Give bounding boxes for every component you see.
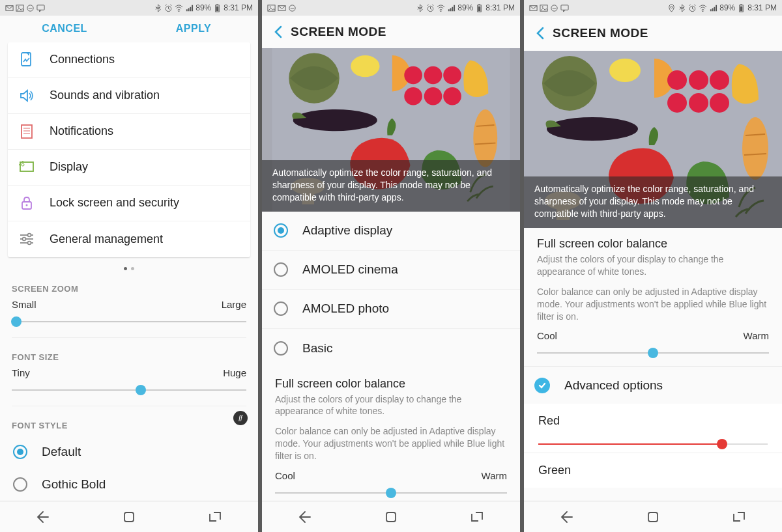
zoom-min-label: Small — [12, 299, 36, 310]
screen-zoom-slider[interactable] — [12, 314, 246, 329]
gmail-icon — [5, 4, 14, 12]
red-label: Red — [538, 414, 768, 428]
svg-rect-63 — [740, 6, 743, 10]
battery-percentage: 89% — [195, 3, 211, 12]
cool-label: Cool — [275, 470, 295, 481]
svg-rect-27 — [22, 53, 31, 66]
nav-back-button[interactable] — [559, 509, 575, 525]
signal-icon — [185, 4, 194, 12]
font-style-gothic[interactable]: Gothic Bold — [7, 468, 252, 501]
row-label: Sounds and vibration — [50, 89, 160, 102]
image-icon — [540, 4, 548, 12]
fscb-sub: Adjust the colors of your display to cha… — [537, 253, 769, 278]
alarm-icon — [688, 4, 697, 12]
color-balance-slider[interactable] — [537, 345, 769, 361]
font-max-label: Huge — [223, 367, 246, 378]
font-style-default[interactable]: Default — [7, 436, 252, 468]
nav-home-button[interactable] — [645, 509, 661, 525]
warm-label: Warm — [744, 330, 769, 341]
zoom-max-label: Large — [222, 299, 246, 310]
nav-recent-button[interactable] — [207, 509, 223, 525]
back-button[interactable] — [529, 21, 553, 45]
mode-adaptive[interactable]: Adaptive display — [262, 212, 520, 251]
general-icon — [18, 231, 35, 247]
svg-point-39 — [28, 234, 31, 237]
svg-point-41 — [28, 242, 31, 245]
cancel-button[interactable]: CANCEL — [0, 23, 129, 35]
fscb-title: Full screen color balance — [275, 377, 507, 391]
preview-image: Automatically optimize the color range, … — [262, 48, 520, 212]
settings-row-sounds[interactable]: Sounds and vibration — [8, 78, 250, 114]
svg-rect-25 — [216, 4, 218, 5]
color-balance-slider[interactable] — [275, 485, 507, 501]
settings-row-connections[interactable]: Connections — [8, 42, 250, 78]
fscb-note: Color balance can only be adjusted in Ad… — [275, 425, 507, 462]
nav-recent-button[interactable] — [469, 509, 485, 525]
status-bar: 89% 8:31 PM — [0, 0, 258, 16]
apply-button[interactable]: APPLY — [129, 23, 258, 35]
settings-row-display[interactable]: Display — [8, 150, 250, 186]
fscb-sub: Adjust the colors of your display to cha… — [275, 393, 507, 418]
nav-bar — [524, 501, 782, 532]
nav-home-button[interactable] — [383, 509, 399, 525]
bluetooth-icon — [154, 4, 162, 12]
page-indicator — [0, 265, 258, 272]
image-icon — [16, 4, 24, 12]
radio-label: AMOLED photo — [302, 301, 389, 316]
nav-home-button[interactable] — [121, 509, 137, 525]
nav-bar — [262, 501, 520, 532]
screen-zoom-heading: SCREEN ZOOM — [0, 275, 258, 299]
svg-rect-57 — [561, 5, 568, 9]
preview-caption: Automatically optimize the color range, … — [262, 160, 520, 212]
status-bar: 89% 8:31 PM — [262, 0, 520, 16]
svg-point-18 — [18, 6, 20, 7]
green-label: Green — [538, 464, 768, 477]
nav-recent-button[interactable] — [731, 509, 747, 525]
svg-point-54 — [542, 6, 543, 7]
nav-bar — [0, 501, 258, 532]
cool-label: Cool — [537, 330, 557, 341]
connections-icon — [18, 51, 35, 68]
radio-label: AMOLED cinema — [302, 262, 398, 277]
advanced-label: Advanced options — [564, 378, 663, 393]
dnd-icon — [288, 4, 297, 12]
svg-rect-21 — [37, 5, 44, 9]
font-flip-icon[interactable]: ff — [233, 411, 248, 425]
row-label: Connections — [50, 53, 115, 66]
dnd-icon — [26, 4, 35, 12]
sound-icon — [18, 87, 35, 104]
nav-back-button[interactable] — [297, 509, 313, 525]
battery-percentage: 89% — [457, 3, 473, 12]
row-label: Notifications — [50, 124, 113, 138]
settings-row-notifications[interactable]: Notifications — [8, 114, 250, 150]
settings-row-lock[interactable]: Lock screen and security — [8, 186, 250, 221]
radio-label: Default — [42, 445, 81, 459]
font-style-heading: FONT STYLE — [0, 412, 258, 436]
font-size-heading: FONT SIZE — [0, 343, 258, 367]
red-slider[interactable] — [538, 436, 768, 453]
clock-time: 8:31 PM — [485, 3, 515, 12]
bluetooth-icon — [416, 4, 424, 12]
mode-amoled-photo[interactable]: AMOLED photo — [262, 290, 520, 329]
alarm-icon — [164, 4, 173, 12]
mode-amoled-cinema[interactable]: AMOLED cinema — [262, 251, 520, 290]
advanced-options-toggle[interactable]: Advanced options — [524, 366, 782, 404]
settings-row-general[interactable]: General management — [8, 221, 250, 257]
signal-icon — [709, 4, 717, 12]
radio-label: Gothic Bold — [42, 477, 106, 492]
svg-point-60 — [702, 10, 704, 12]
gmail-icon — [278, 4, 286, 12]
svg-point-35 — [26, 204, 28, 206]
clock-time: 8:31 PM — [747, 3, 777, 12]
battery-icon — [737, 4, 746, 12]
page-title: SCREEN MODE — [553, 26, 648, 40]
lock-icon — [18, 195, 35, 212]
nav-back-button[interactable] — [35, 509, 51, 525]
svg-rect-62 — [740, 4, 742, 5]
mode-basic[interactable]: Basic — [262, 329, 520, 368]
bluetooth-icon — [678, 4, 686, 12]
display-icon — [18, 159, 35, 176]
image-icon — [267, 4, 276, 12]
back-button[interactable] — [267, 20, 291, 44]
font-size-slider[interactable] — [12, 382, 246, 398]
